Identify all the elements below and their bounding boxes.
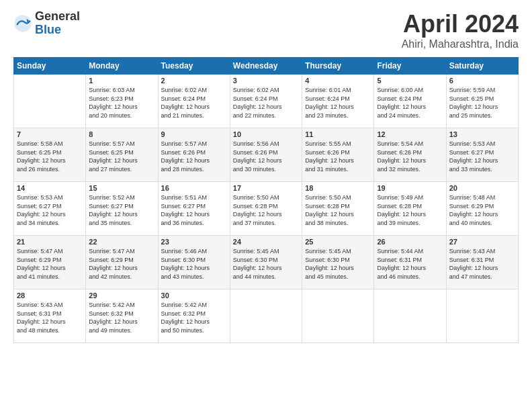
day-info: Sunrise: 5:58 AMSunset: 6:25 PMDaylight:…	[17, 140, 83, 173]
day-number: 9	[161, 130, 227, 138]
calendar-week-row: 1Sunrise: 6:03 AMSunset: 6:23 PMDaylight…	[14, 75, 519, 128]
calendar-cell: 18Sunrise: 5:50 AMSunset: 6:28 PMDayligh…	[302, 182, 374, 236]
calendar-cell: 20Sunrise: 5:48 AMSunset: 6:29 PMDayligh…	[446, 182, 518, 236]
day-number: 10	[233, 130, 299, 138]
day-number: 1	[89, 77, 154, 85]
logo-icon	[13, 14, 32, 33]
calendar-cell: 5Sunrise: 6:00 AMSunset: 6:24 PMDaylight…	[374, 75, 446, 128]
day-info: Sunrise: 5:57 AMSunset: 6:25 PMDaylight:…	[89, 140, 154, 173]
calendar-cell	[374, 289, 446, 343]
day-number: 2	[161, 77, 227, 85]
day-info: Sunrise: 5:42 AMSunset: 6:32 PMDaylight:…	[161, 301, 227, 334]
calendar-cell: 16Sunrise: 5:51 AMSunset: 6:27 PMDayligh…	[158, 182, 230, 236]
day-info: Sunrise: 6:01 AMSunset: 6:24 PMDaylight:…	[305, 86, 371, 120]
calendar-cell: 11Sunrise: 5:55 AMSunset: 6:26 PMDayligh…	[302, 128, 374, 182]
calendar-cell: 12Sunrise: 5:54 AMSunset: 6:26 PMDayligh…	[374, 128, 446, 182]
calendar-cell: 8Sunrise: 5:57 AMSunset: 6:25 PMDaylight…	[86, 128, 158, 182]
calendar-body: 1Sunrise: 6:03 AMSunset: 6:23 PMDaylight…	[14, 75, 519, 343]
day-number: 29	[89, 291, 154, 300]
day-info: Sunrise: 5:45 AMSunset: 6:30 PMDaylight:…	[233, 247, 299, 281]
calendar-cell: 27Sunrise: 5:43 AMSunset: 6:31 PMDayligh…	[446, 236, 518, 289]
day-number: 19	[377, 184, 443, 192]
calendar-cell: 2Sunrise: 6:02 AMSunset: 6:24 PMDaylight…	[158, 75, 230, 128]
day-of-week-header: Wednesday	[230, 58, 302, 75]
calendar-cell: 4Sunrise: 6:01 AMSunset: 6:24 PMDaylight…	[302, 75, 374, 128]
logo-blue-text: Blue	[35, 24, 80, 37]
day-info: Sunrise: 5:43 AMSunset: 6:31 PMDaylight:…	[449, 247, 515, 281]
day-number: 27	[449, 238, 515, 246]
day-number: 23	[161, 238, 227, 246]
calendar-table: SundayMondayTuesdayWednesdayThursdayFrid…	[13, 57, 519, 343]
day-number: 13	[449, 130, 515, 138]
day-number: 7	[17, 130, 83, 138]
day-of-week-header: Monday	[86, 58, 158, 75]
day-info: Sunrise: 5:52 AMSunset: 6:27 PMDaylight:…	[89, 193, 154, 227]
day-info: Sunrise: 6:02 AMSunset: 6:24 PMDaylight:…	[161, 86, 227, 120]
logo-text: General Blue	[35, 10, 80, 37]
day-of-week-header: Friday	[374, 58, 446, 75]
month-year-title: April 2024	[402, 10, 519, 38]
calendar-cell: 9Sunrise: 5:57 AMSunset: 6:26 PMDaylight…	[158, 128, 230, 182]
calendar-cell: 25Sunrise: 5:45 AMSunset: 6:30 PMDayligh…	[302, 236, 374, 289]
day-number: 15	[89, 184, 154, 192]
day-info: Sunrise: 5:49 AMSunset: 6:28 PMDaylight:…	[377, 193, 443, 227]
calendar-week-row: 14Sunrise: 5:53 AMSunset: 6:27 PMDayligh…	[14, 182, 519, 236]
calendar-cell	[230, 289, 302, 343]
day-info: Sunrise: 5:46 AMSunset: 6:30 PMDaylight:…	[161, 247, 227, 281]
day-number: 16	[161, 184, 227, 192]
calendar-cell: 26Sunrise: 5:44 AMSunset: 6:31 PMDayligh…	[374, 236, 446, 289]
calendar-cell: 17Sunrise: 5:50 AMSunset: 6:28 PMDayligh…	[230, 182, 302, 236]
calendar-cell: 13Sunrise: 5:53 AMSunset: 6:27 PMDayligh…	[446, 128, 518, 182]
day-info: Sunrise: 5:43 AMSunset: 6:31 PMDaylight:…	[17, 301, 83, 334]
day-info: Sunrise: 5:59 AMSunset: 6:25 PMDaylight:…	[449, 86, 515, 120]
day-info: Sunrise: 5:56 AMSunset: 6:26 PMDaylight:…	[233, 140, 299, 173]
day-info: Sunrise: 5:54 AMSunset: 6:26 PMDaylight:…	[377, 140, 443, 173]
day-number: 21	[17, 238, 83, 246]
day-number: 11	[305, 130, 371, 138]
day-info: Sunrise: 6:02 AMSunset: 6:24 PMDaylight:…	[233, 86, 299, 120]
calendar-cell: 24Sunrise: 5:45 AMSunset: 6:30 PMDayligh…	[230, 236, 302, 289]
day-number: 20	[449, 184, 515, 192]
calendar-cell: 23Sunrise: 5:46 AMSunset: 6:30 PMDayligh…	[158, 236, 230, 289]
day-of-week-header: Sunday	[14, 58, 86, 75]
day-number: 4	[305, 77, 371, 85]
calendar-cell	[302, 289, 374, 343]
day-info: Sunrise: 5:50 AMSunset: 6:28 PMDaylight:…	[305, 193, 371, 227]
header-row: SundayMondayTuesdayWednesdayThursdayFrid…	[14, 58, 519, 75]
calendar-cell: 28Sunrise: 5:43 AMSunset: 6:31 PMDayligh…	[14, 289, 86, 343]
day-number: 14	[17, 184, 83, 192]
logo-general-text: General	[35, 10, 80, 24]
day-info: Sunrise: 6:00 AMSunset: 6:24 PMDaylight:…	[377, 86, 443, 120]
day-info: Sunrise: 5:48 AMSunset: 6:29 PMDaylight:…	[449, 193, 515, 227]
calendar-cell: 10Sunrise: 5:56 AMSunset: 6:26 PMDayligh…	[230, 128, 302, 182]
calendar-cell: 29Sunrise: 5:42 AMSunset: 6:32 PMDayligh…	[86, 289, 158, 343]
day-info: Sunrise: 5:47 AMSunset: 6:29 PMDaylight:…	[17, 247, 83, 281]
calendar-cell: 15Sunrise: 5:52 AMSunset: 6:27 PMDayligh…	[86, 182, 158, 236]
calendar-week-row: 21Sunrise: 5:47 AMSunset: 6:29 PMDayligh…	[14, 236, 519, 289]
day-info: Sunrise: 6:03 AMSunset: 6:23 PMDaylight:…	[89, 86, 154, 120]
day-number: 5	[377, 77, 443, 85]
day-number: 17	[233, 184, 299, 192]
calendar-cell: 22Sunrise: 5:47 AMSunset: 6:29 PMDayligh…	[86, 236, 158, 289]
day-number: 22	[89, 238, 154, 246]
calendar-week-row: 28Sunrise: 5:43 AMSunset: 6:31 PMDayligh…	[14, 289, 519, 343]
day-info: Sunrise: 5:55 AMSunset: 6:26 PMDaylight:…	[305, 140, 371, 173]
location-text: Ahiri, Maharashtra, India	[402, 38, 519, 50]
day-number: 6	[449, 77, 515, 85]
calendar-cell: 30Sunrise: 5:42 AMSunset: 6:32 PMDayligh…	[158, 289, 230, 343]
day-of-week-header: Saturday	[446, 58, 518, 75]
day-info: Sunrise: 5:45 AMSunset: 6:30 PMDaylight:…	[305, 247, 371, 281]
day-number: 30	[161, 291, 227, 300]
calendar-cell: 6Sunrise: 5:59 AMSunset: 6:25 PMDaylight…	[446, 75, 518, 128]
day-number: 25	[305, 238, 371, 246]
day-info: Sunrise: 5:44 AMSunset: 6:31 PMDaylight:…	[377, 247, 443, 281]
calendar-week-row: 7Sunrise: 5:58 AMSunset: 6:25 PMDaylight…	[14, 128, 519, 182]
page: General Blue April 2024 Ahiri, Maharasht…	[0, 0, 532, 411]
day-info: Sunrise: 5:47 AMSunset: 6:29 PMDaylight:…	[89, 247, 154, 281]
day-number: 3	[233, 77, 299, 85]
day-number: 12	[377, 130, 443, 138]
calendar-cell: 7Sunrise: 5:58 AMSunset: 6:25 PMDaylight…	[14, 128, 86, 182]
day-info: Sunrise: 5:42 AMSunset: 6:32 PMDaylight:…	[89, 301, 154, 334]
calendar-cell: 1Sunrise: 6:03 AMSunset: 6:23 PMDaylight…	[86, 75, 158, 128]
header: General Blue April 2024 Ahiri, Maharasht…	[13, 10, 519, 50]
